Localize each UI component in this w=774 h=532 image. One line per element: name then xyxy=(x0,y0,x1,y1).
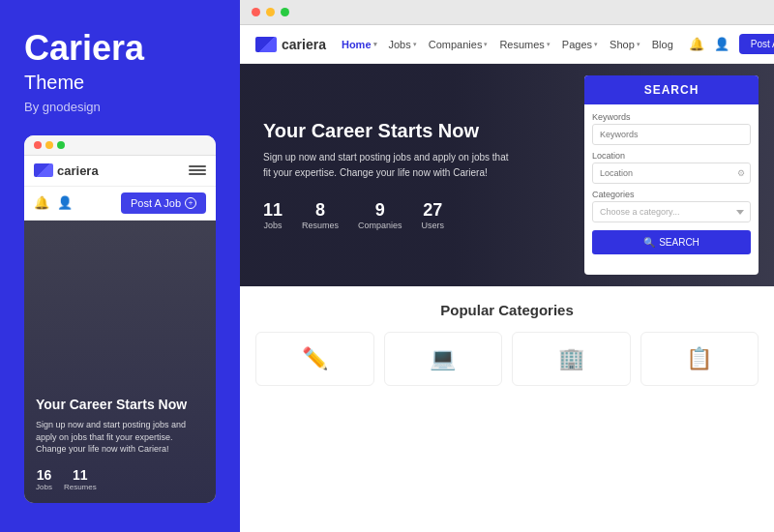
technology-icon: 💻 xyxy=(430,346,456,371)
mobile-hero: Your Career Starts Now Sign up now and s… xyxy=(24,221,216,503)
nav-resumes-chevron: ▾ xyxy=(547,41,551,48)
nav-companies-chevron: ▾ xyxy=(484,41,488,48)
mobile-nav-icons: 🔔 👤 xyxy=(34,195,73,210)
categories-section: Popular Categories ✏️ 💻 🏢 📋 xyxy=(240,286,774,532)
site-nav-links: Home ▾ Jobs ▾ Companies ▾ Resumes ▾ Page… xyxy=(342,39,673,50)
search-btn-label: SEARCH xyxy=(659,237,700,248)
business-icon: 🏢 xyxy=(558,346,584,371)
hamburger-line-1 xyxy=(189,165,206,167)
mobile-logo-icon xyxy=(34,163,53,177)
nav-shop-label: Shop xyxy=(610,39,635,50)
nav-jobs-chevron: ▾ xyxy=(413,41,417,48)
nav-bell-icon[interactable]: 🔔 xyxy=(689,37,704,51)
left-logo: Cariera xyxy=(24,29,216,68)
mobile-mockup: cariera 🔔 👤 Post A Job ＋ Your Career xyxy=(24,135,216,503)
site-logo-icon xyxy=(255,37,277,52)
search-panel: SEARCH Keywords Location ⚙ Categ xyxy=(584,75,759,275)
hamburger-menu[interactable] xyxy=(189,165,206,175)
mobile-topbar xyxy=(24,135,216,156)
categories-label: Categories xyxy=(592,190,751,199)
design-icon: ✏️ xyxy=(302,346,328,371)
search-icon: 🔍 xyxy=(643,237,655,248)
post-job-desktop-button[interactable]: Post A Job ＋ xyxy=(739,34,774,54)
hamburger-line-2 xyxy=(189,169,206,171)
nav-blog-label: Blog xyxy=(652,39,673,50)
category-card-design[interactable]: ✏️ xyxy=(255,332,374,386)
bell-icon[interactable]: 🔔 xyxy=(34,195,49,210)
browser-dot-red xyxy=(252,8,260,16)
hero-stat-resumes-label: Resumes xyxy=(302,221,339,230)
keywords-label: Keywords xyxy=(592,112,751,122)
nav-resumes-label: Resumes xyxy=(499,39,544,50)
mobile-window-dots xyxy=(34,141,65,149)
categories-section-title: Popular Categories xyxy=(255,302,759,318)
hero-stat-companies-num: 9 xyxy=(358,200,402,221)
hero-stat-companies: 9 Companies xyxy=(358,200,402,230)
nav-pages-label: Pages xyxy=(562,39,592,50)
browser-dot-yellow xyxy=(266,8,275,16)
mobile-dot-green xyxy=(57,141,65,149)
categories-select[interactable]: Choose a category... xyxy=(592,201,751,222)
left-subtitle: Theme xyxy=(24,72,216,94)
nav-link-resumes[interactable]: Resumes ▾ xyxy=(499,39,550,50)
search-keywords-group: Keywords xyxy=(592,112,751,145)
hero-section: Your Career Starts Now Sign up now and s… xyxy=(240,64,774,286)
nav-link-pages[interactable]: Pages ▾ xyxy=(562,39,598,50)
left-byline: By gnodesign xyxy=(24,100,216,114)
mobile-hero-sub: Sign up now and start posting jobs and a… xyxy=(36,419,204,456)
mobile-stats: 16 Jobs 11 Resumes xyxy=(36,467,204,491)
location-icon: ⚙ xyxy=(737,168,745,178)
location-input[interactable] xyxy=(592,163,751,184)
mobile-dot-red xyxy=(34,141,42,149)
mobile-dot-yellow xyxy=(45,141,53,149)
mobile-action-bar: 🔔 👤 Post A Job ＋ xyxy=(24,187,216,221)
category-card-technology[interactable]: 💻 xyxy=(384,332,503,386)
mobile-hero-title: Your Career Starts Now xyxy=(36,396,204,413)
mobile-stat-jobs: 16 Jobs xyxy=(36,467,52,491)
nav-home-chevron: ▾ xyxy=(373,41,377,48)
site-nav: cariera Home ▾ Jobs ▾ Companies ▾ Resume… xyxy=(240,25,774,64)
hero-stat-users-label: Users xyxy=(422,221,445,230)
education-icon: 📋 xyxy=(686,346,712,371)
mobile-stat-resumes: 11 Resumes xyxy=(64,467,97,491)
user-icon[interactable]: 👤 xyxy=(57,195,73,210)
site-logo-text: cariera xyxy=(282,37,326,52)
nav-user-icon[interactable]: 👤 xyxy=(714,37,729,51)
mobile-stat-resumes-label: Resumes xyxy=(64,483,97,491)
site-logo[interactable]: cariera xyxy=(255,37,326,52)
location-label: Location xyxy=(592,151,751,161)
nav-link-jobs[interactable]: Jobs ▾ xyxy=(389,39,417,50)
nav-home-label: Home xyxy=(342,39,372,50)
hero-subtitle: Sign up now and start posting jobs and a… xyxy=(263,150,515,181)
mobile-post-job-label: Post A Job xyxy=(131,197,181,209)
category-card-education[interactable]: 📋 xyxy=(640,332,759,386)
nav-shop-chevron: ▾ xyxy=(637,41,640,48)
mobile-nav-logo: cariera xyxy=(34,163,99,178)
nav-link-home[interactable]: Home ▾ xyxy=(342,39,377,50)
categories-grid: ✏️ 💻 🏢 📋 xyxy=(255,332,759,386)
search-panel-body: Keywords Location ⚙ Categories Choose xyxy=(584,104,759,262)
hero-stat-jobs-label: Jobs xyxy=(263,221,283,230)
search-panel-header: SEARCH xyxy=(584,75,759,104)
browser-chrome xyxy=(240,0,774,25)
hero-stat-resumes-num: 8 xyxy=(302,200,339,221)
nav-pages-chevron: ▾ xyxy=(594,41,598,48)
browser-dot-green xyxy=(281,8,289,16)
hero-stat-jobs-num: 11 xyxy=(263,200,283,221)
mobile-stat-resumes-num: 11 xyxy=(64,467,97,483)
nav-link-blog[interactable]: Blog xyxy=(652,39,673,50)
search-categories-group: Categories Choose a category... xyxy=(592,190,751,222)
mobile-stat-jobs-num: 16 xyxy=(36,467,52,483)
mobile-post-job-icon: ＋ xyxy=(185,197,196,209)
category-card-business[interactable]: 🏢 xyxy=(512,332,631,386)
search-location-group: Location ⚙ xyxy=(592,151,751,184)
search-button[interactable]: 🔍 SEARCH xyxy=(592,230,751,254)
hero-stat-companies-label: Companies xyxy=(358,221,402,230)
location-field-wrapper: ⚙ xyxy=(592,163,751,184)
nav-link-shop[interactable]: Shop ▾ xyxy=(610,39,640,50)
nav-link-companies[interactable]: Companies ▾ xyxy=(429,39,489,50)
site-nav-right: 🔔 👤 Post A Job ＋ xyxy=(689,34,774,54)
hero-stat-jobs: 11 Jobs xyxy=(263,200,283,230)
keywords-input[interactable] xyxy=(592,124,751,145)
mobile-post-job-button[interactable]: Post A Job ＋ xyxy=(121,192,206,214)
